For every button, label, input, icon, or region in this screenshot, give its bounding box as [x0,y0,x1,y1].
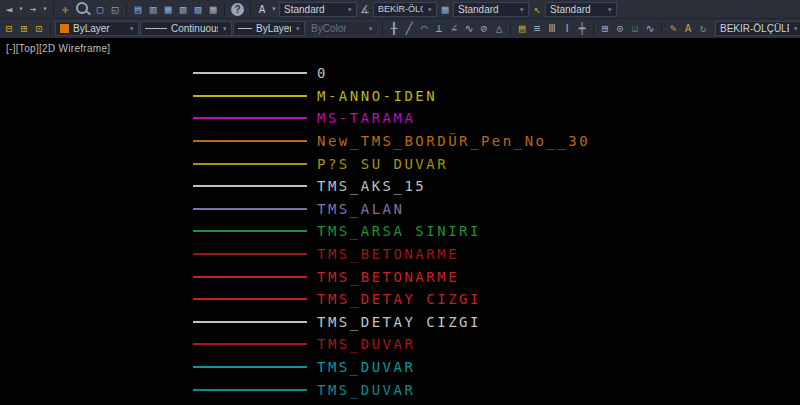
calculator-icon[interactable]: ▦ [206,2,220,17]
layer-name-text[interactable]: TMS_DUVAR [317,382,415,398]
dim-jogged-icon[interactable]: ∿ [462,21,476,36]
layer-row: TMS_ALAN [193,198,590,221]
chevron-down-icon: ▾ [368,24,373,33]
dim-radius-icon[interactable]: ∠ [447,21,461,36]
layer-line-sample[interactable] [193,72,307,74]
layer-row: TMS_AKS_15 [193,175,590,198]
layer-line-sample[interactable] [193,321,307,323]
layer-line-sample[interactable] [193,343,307,345]
dim-style-2-value: BEKİR-ÖLÇÜLEİ [720,23,789,34]
layer-isolate-icon[interactable]: ⊡ [32,21,46,36]
dim-inspect-icon[interactable]: ☑ [628,21,642,36]
dim-break-icon[interactable]: ┿ [575,21,589,36]
layer-line-sample[interactable] [193,185,307,187]
layer-line-sample[interactable] [193,140,307,142]
dim-diameter-icon[interactable]: ⊘ [477,21,491,36]
dim-linear-icon[interactable]: ╂ [387,21,401,36]
dim-style-select-2[interactable]: BEKİR-ÖLÇÜLEİ ▾ [715,21,800,36]
layer-line-sample[interactable] [193,230,307,232]
help-icon[interactable]: ? [231,3,244,16]
table-style-icon[interactable]: ▦ [438,2,452,17]
make-block-icon[interactable]: ▤ [131,2,145,17]
dim-aligned-icon[interactable]: ╱ [402,21,416,36]
layer-name-text[interactable]: P?S SU DUVAR [317,156,448,172]
separator [593,22,594,35]
layer-name-text[interactable]: TMS_AKS_15 [317,178,426,194]
text-style-caret[interactable]: ▾ [270,2,278,17]
layer-line-sample[interactable] [193,276,307,278]
layer-name-text[interactable]: MS-TARAMA [317,110,415,126]
layer-name-text[interactable]: New_TMS_BORDÜR_Pen_No__30 [317,133,590,149]
layer-name-text[interactable]: TMS_ARSA SINIRI [317,223,481,239]
linetype-value: Continuous [171,23,218,34]
layer-previous-icon[interactable]: ⊟ [2,21,16,36]
layer-line-sample[interactable] [193,163,307,165]
object-color-select[interactable]: ByLayer ▾ [55,21,139,36]
layer-line-sample[interactable] [193,208,307,210]
redo-dropdown-caret[interactable]: ▾ [41,2,49,17]
layer-name-text[interactable]: 0 [317,65,328,81]
pan-icon[interactable]: ✛ [58,2,72,17]
dim-arc-length-icon[interactable]: ◠ [417,21,431,36]
zoom-realtime-icon[interactable] [76,2,88,14]
text-style-icon[interactable]: A [255,2,269,17]
color-swatch-icon [60,24,69,33]
insert-block-icon[interactable]: ▥ [146,2,160,17]
undo-icon[interactable]: ◄ [2,2,16,17]
layer-line-sample[interactable] [193,117,307,119]
text-style-value: Standard [284,4,325,15]
dim-jog-line-icon[interactable]: ∿ [643,21,657,36]
layer-name-text[interactable]: TMS_BETONARME [317,269,459,285]
separator [224,3,225,16]
dim-update-icon[interactable]: ↻ [696,21,710,36]
linetype-select[interactable]: Continuous ▾ [140,21,232,36]
dim-style-icon[interactable]: ∡ [358,2,372,17]
lineweight-select[interactable]: ByLayer ▾ [233,21,305,36]
layer-line-sample[interactable] [193,366,307,368]
layer-line-sample[interactable] [193,253,307,255]
chevron-down-icon: ▾ [347,5,352,14]
zoom-window-icon[interactable]: ▢ [93,2,107,17]
layer-line-sample[interactable] [193,298,307,300]
layer-name-text[interactable]: TMS_DETAY CIZGI [317,291,481,307]
dim-style-select[interactable]: BEKİR-ÖLÇÜLEİ ▾ [373,2,437,17]
layer-name-text[interactable]: TMS_DUVAR [317,336,415,352]
multileader-style-select[interactable]: Standard ▾ [545,2,617,17]
text-style-select[interactable]: Standard ▾ [279,2,357,17]
layer-name-text[interactable]: TMS_ALAN [317,201,404,217]
layer-name-text[interactable]: TMS_DUVAR [317,359,415,375]
chevron-down-icon: ▾ [222,24,227,33]
layer-name-text[interactable]: TMS_BETONARME [317,246,459,262]
dim-baseline-icon[interactable]: ≡ [530,21,544,36]
quick-dimension-icon[interactable]: ▤ [515,21,529,36]
chevron-down-icon: ▾ [519,5,524,14]
layer-states-icon[interactable]: ⊞ [17,21,31,36]
plot-style-select[interactable]: ByColor ▾ [306,21,378,36]
center-mark-icon[interactable]: ⊙ [613,21,627,36]
point-style-icon[interactable]: ▧ [176,2,190,17]
dim-continue-icon[interactable]: Ⅲ [545,21,559,36]
tolerance-icon[interactable]: ⊞ [598,21,612,36]
hatch-icon[interactable]: ▨ [191,2,205,17]
layer-name-text[interactable]: TMS_DETAY CIZGI [317,314,481,330]
redo-icon[interactable]: ➔ [26,2,40,17]
zoom-extents-icon[interactable]: ◱ [108,2,122,17]
layer-line-sample[interactable] [193,95,307,97]
write-block-icon[interactable]: ▦ [161,2,175,17]
layer-line-sample[interactable] [193,389,307,391]
model-space-viewport[interactable]: [-][Top][2D Wireframe] 0 M-ANNO-IDEN MS-… [0,38,800,405]
linetype-sample-icon [145,28,167,29]
dim-ordinate-icon[interactable]: ⊥ [432,21,446,36]
dim-space-icon[interactable]: Ⅰ [560,21,574,36]
undo-dropdown-caret[interactable]: ▾ [17,2,25,17]
toolbar-row-1: ◄ ▾ ➔ ▾ ✛ ▢ ◱ ▤ ▥ ▦ ▧ ▨ ▦ ? A ▾ Standard… [0,0,800,19]
layer-row: TMS_DETAY CIZGI [193,311,590,334]
dim-angular-icon[interactable]: △ [492,21,506,36]
table-style-select[interactable]: Standard ▾ [453,2,529,17]
layer-name-text[interactable]: M-ANNO-IDEN [317,88,437,104]
dim-edit-icon[interactable]: ✎ [666,21,680,36]
multileader-style-icon[interactable]: ↖ [530,2,544,17]
dim-text-edit-icon[interactable]: A [681,21,695,36]
separator [250,3,251,16]
viewport-controls[interactable]: [-][Top][2D Wireframe] [6,43,110,54]
